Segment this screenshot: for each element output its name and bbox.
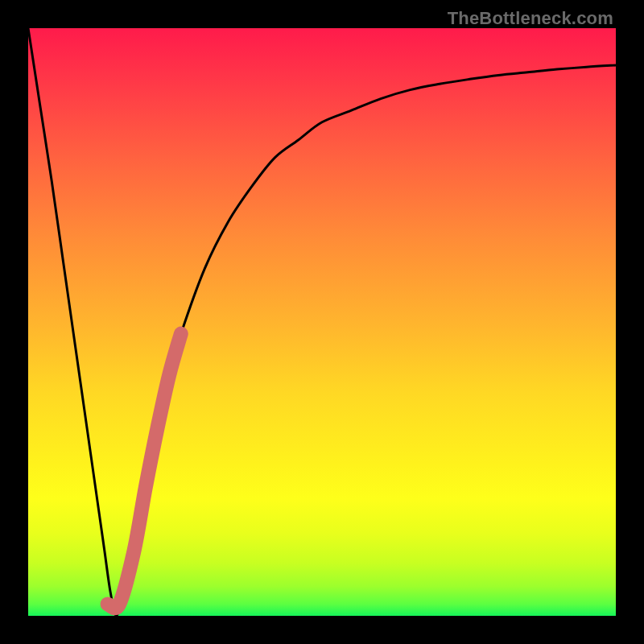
watermark-label: TheBottleneck.com bbox=[448, 8, 613, 29]
chart-svg bbox=[28, 28, 616, 616]
bottleneck-curve bbox=[28, 28, 616, 616]
chart-frame: TheBottleneck.com bbox=[0, 0, 644, 644]
highlight-segment bbox=[108, 334, 181, 609]
plot-area bbox=[28, 28, 616, 616]
